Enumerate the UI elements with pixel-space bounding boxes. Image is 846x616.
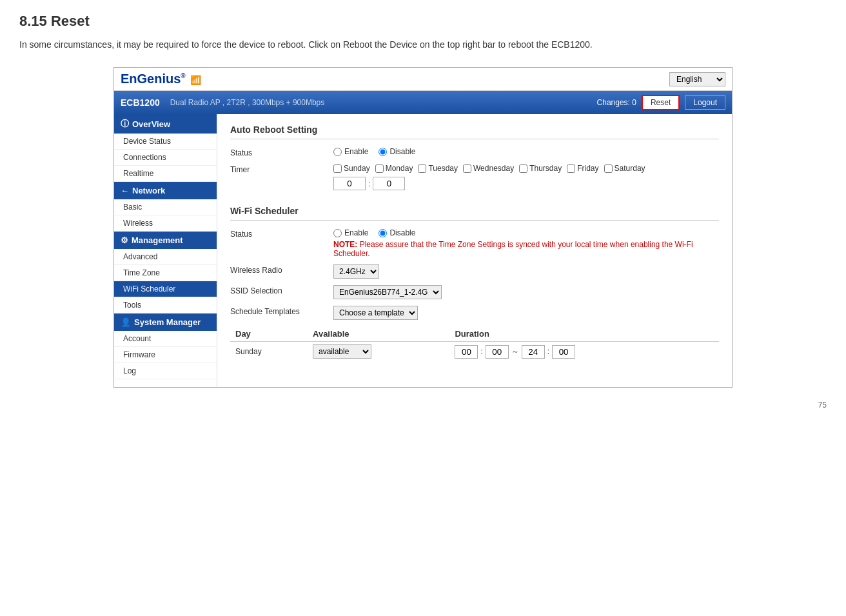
schedule-templates-field: Choose a template (333, 306, 719, 320)
auto-reboot-disable-radio[interactable]: Disable (379, 147, 415, 156)
auto-reboot-enable-input[interactable] (333, 148, 342, 156)
timer-friday[interactable]: Friday (567, 164, 598, 173)
sidebar-management-label: Management (132, 235, 182, 245)
nav-bar: ECB1200 Dual Radio AP , 2T2R , 300Mbps +… (114, 91, 732, 114)
sidebar-item-account[interactable]: Account (114, 331, 217, 347)
wifi-disable-input[interactable] (379, 229, 387, 237)
sidebar-header-system-manager[interactable]: 👤 System Manager (114, 313, 217, 331)
sidebar: ⓘ OverView Device Status Connections Rea… (114, 114, 217, 387)
available-select[interactable]: available unavailable (313, 344, 371, 359)
timer-days-group: Sunday Monday Tuesday Wednesday Thursday… (333, 164, 719, 173)
ssid-selection-label: SSID Selection (230, 285, 333, 295)
sidebar-item-firmware[interactable]: Firmware (114, 347, 217, 363)
duration-hour-start[interactable] (455, 345, 478, 359)
wifi-scheduler-section: Wi-Fi Scheduler Status Enable (230, 206, 719, 361)
duration-colon-2: : (547, 347, 549, 356)
row-day: Sunday (230, 342, 308, 362)
auto-reboot-status-field: Enable Disable (333, 147, 719, 156)
sidebar-header-network[interactable]: ← Network (114, 182, 217, 199)
section-title: 8.15 Reset (19, 13, 827, 30)
top-bar: EnGenius® 📶 English Chinese Japanese (114, 68, 732, 91)
note-label: NOTE: (333, 240, 357, 249)
wifi-enable-radio[interactable]: Enable (333, 228, 368, 237)
timer-wednesday[interactable]: Wednesday (463, 164, 514, 173)
nav-changes: Changes: 0 (597, 98, 636, 107)
wifi-scheduler-status-field: Enable Disable NOTE: Please assure that … (333, 228, 719, 258)
sidebar-system-manager-label: System Manager (134, 317, 201, 327)
ssid-selection-field: EnGenius26B774_1-2.4G (333, 285, 719, 299)
router-ui: EnGenius® 📶 English Chinese Japanese ECB… (113, 67, 733, 388)
timer-monday-check[interactable] (375, 164, 384, 173)
timer-minute-input[interactable] (373, 177, 405, 190)
schedule-templates-label: Schedule Templates (230, 306, 333, 316)
duration-min-end[interactable] (552, 345, 575, 359)
section-desc: In some circumstances, it may be require… (19, 37, 827, 52)
timer-sunday-check[interactable] (333, 164, 342, 173)
page-number: 75 (19, 401, 827, 410)
wifi-scheduler-status-label: Status (230, 228, 333, 239)
logout-button[interactable]: Logout (685, 95, 725, 110)
content-area: Auto Reboot Setting Status Enable Disabl… (217, 114, 732, 387)
timer-thursday-check[interactable] (519, 164, 527, 173)
auto-reboot-section: Auto Reboot Setting Status Enable Disabl… (230, 124, 719, 190)
col-day: Day (230, 326, 308, 342)
duration-hour-end[interactable] (522, 345, 545, 359)
wifi-enable-label: Enable (344, 228, 368, 237)
brand-logo: EnGenius® 📶 (121, 72, 201, 86)
auto-reboot-status-label: Status (230, 147, 333, 157)
nav-model: ECB1200 (121, 97, 160, 108)
sidebar-item-device-status[interactable]: Device Status (114, 134, 217, 150)
auto-reboot-enable-label: Enable (344, 147, 368, 156)
sidebar-item-wireless[interactable]: Wireless (114, 215, 217, 232)
timer-sunday[interactable]: Sunday (333, 164, 370, 173)
duration-tilde: ～ (511, 346, 519, 357)
schedule-templates-row: Schedule Templates Choose a template (230, 306, 719, 320)
wireless-radio-field: 2.4GHz 5GHz (333, 264, 719, 279)
auto-reboot-disable-input[interactable] (379, 148, 387, 156)
sidebar-item-wifi-scheduler[interactable]: WiFi Scheduler (114, 281, 217, 297)
ssid-select[interactable]: EnGenius26B774_1-2.4G (333, 285, 442, 299)
scheduler-table: Day Available Duration Sunday available (230, 326, 719, 361)
timer-thursday[interactable]: Thursday (519, 164, 562, 173)
sidebar-item-tools[interactable]: Tools (114, 297, 217, 313)
table-row: Sunday available unavailable (230, 342, 719, 362)
sidebar-header-overview[interactable]: ⓘ OverView (114, 114, 217, 134)
timer-colon: : (368, 179, 370, 188)
logo-area: EnGenius® 📶 (121, 72, 201, 86)
timer-saturday[interactable]: Saturday (604, 164, 645, 173)
col-available: Available (308, 326, 449, 342)
user-icon: 👤 (121, 317, 131, 327)
gear-icon: ⚙ (121, 235, 128, 245)
ssid-selection-row: SSID Selection EnGenius26B774_1-2.4G (230, 285, 719, 299)
language-select[interactable]: English Chinese Japanese (669, 72, 725, 86)
sidebar-item-timezone[interactable]: Time Zone (114, 265, 217, 281)
timer-tuesday-check[interactable] (418, 164, 426, 173)
sidebar-item-basic[interactable]: Basic (114, 199, 217, 215)
auto-reboot-disable-label: Disable (389, 147, 415, 156)
schedule-templates-select[interactable]: Choose a template (333, 306, 418, 320)
sidebar-item-advanced[interactable]: Advanced (114, 249, 217, 265)
sidebar-item-connections[interactable]: Connections (114, 150, 217, 166)
wifi-scheduler-title: Wi-Fi Scheduler (230, 206, 719, 221)
auto-reboot-enable-radio[interactable]: Enable (333, 147, 368, 156)
timer-wednesday-check[interactable] (463, 164, 471, 173)
wifi-enable-input[interactable] (333, 229, 342, 237)
timer-hour-input[interactable] (333, 177, 366, 190)
wireless-radio-select[interactable]: 2.4GHz 5GHz (333, 264, 379, 279)
auto-reboot-title: Auto Reboot Setting (230, 124, 719, 139)
sidebar-network-label: Network (132, 186, 165, 195)
wireless-radio-label: Wireless Radio (230, 264, 333, 275)
sidebar-item-log[interactable]: Log (114, 363, 217, 379)
wireless-radio-row: Wireless Radio 2.4GHz 5GHz (230, 264, 719, 279)
sidebar-item-realtime[interactable]: Realtime (114, 166, 217, 182)
timer-friday-check[interactable] (567, 164, 575, 173)
wifi-disable-radio[interactable]: Disable (379, 228, 415, 237)
auto-reboot-status-row: Status Enable Disable (230, 147, 719, 157)
timer-saturday-check[interactable] (604, 164, 613, 173)
duration-min-start[interactable] (486, 345, 509, 359)
sidebar-header-management[interactable]: ⚙ Management (114, 232, 217, 249)
timer-monday[interactable]: Monday (375, 164, 413, 173)
wifi-scheduler-note: NOTE: Please assure that the Time Zone S… (333, 240, 719, 258)
timer-tuesday[interactable]: Tuesday (418, 164, 458, 173)
reset-button[interactable]: Reset (642, 95, 680, 110)
